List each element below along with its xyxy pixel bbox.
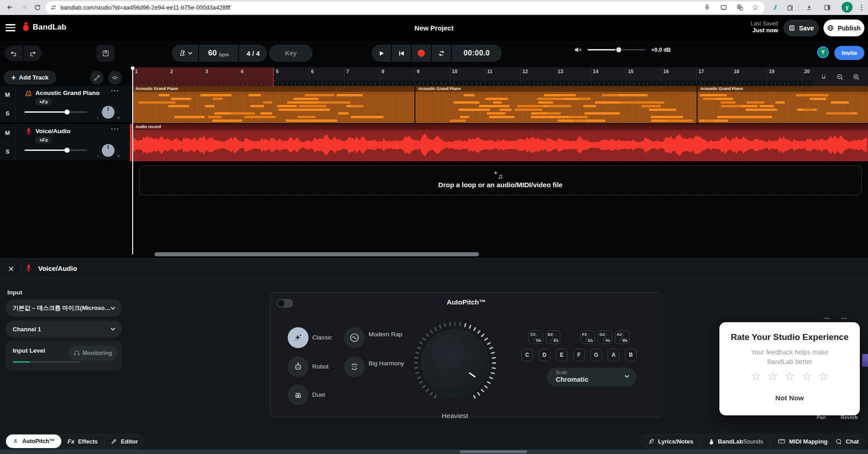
play-button[interactable] xyxy=(372,45,391,62)
user-avatar[interactable]: Y xyxy=(817,46,829,58)
side-panel-icon[interactable] xyxy=(822,2,833,13)
scale-dropdown[interactable]: Scale Chromatic xyxy=(547,368,637,387)
chat-button[interactable]: Chat xyxy=(828,433,866,449)
track-name[interactable]: Voice/Audio xyxy=(35,128,70,135)
bottom-scrollbar-thumb[interactable] xyxy=(460,450,527,453)
automation-button[interactable] xyxy=(90,71,104,85)
track-name[interactable]: Acoustic Grand Piano xyxy=(35,90,100,96)
midi-mappings-button[interactable]: MIDI Mappings xyxy=(778,438,831,445)
time-signature-control[interactable]: 4 / 4 xyxy=(239,45,267,62)
not-now-button[interactable]: Not Now xyxy=(719,394,860,402)
timeline-ruler[interactable]: 1234567891011121314151617181920 xyxy=(133,67,868,86)
key-D♯-button[interactable]: D♯E♭ xyxy=(546,330,560,344)
key-E-button[interactable]: E xyxy=(556,349,568,361)
media-cast-icon[interactable] xyxy=(718,2,729,13)
track-menu-button[interactable]: ··· xyxy=(111,125,120,133)
pan-knob[interactable] xyxy=(102,144,115,157)
browser-forward-button[interactable] xyxy=(18,2,29,13)
key-B-button[interactable]: B xyxy=(625,349,637,361)
key-C♯-button[interactable]: C♯D♭ xyxy=(529,330,543,344)
bpm-control[interactable]: 60 bpm xyxy=(199,45,238,62)
track-volume-slider[interactable] xyxy=(25,150,87,151)
mute-button[interactable]: M xyxy=(0,86,15,104)
key-A♯-button[interactable]: A♯B♭ xyxy=(615,330,629,344)
preset-big-harmony-button[interactable] xyxy=(344,356,365,377)
autopitch-amount-knob[interactable] xyxy=(409,317,500,408)
tab-effects[interactable]: Fx Effects xyxy=(68,438,98,445)
side-handle-icon[interactable] xyxy=(862,354,868,367)
mute-button[interactable]: M xyxy=(0,124,15,142)
preset-robot-button[interactable] xyxy=(288,356,309,377)
volume-slider[interactable] xyxy=(588,49,646,50)
audio-clip[interactable]: Audio record xyxy=(133,124,868,161)
speaker-icon[interactable] xyxy=(574,45,582,54)
tab-editor[interactable]: Editor xyxy=(111,438,138,445)
track-volume-slider[interactable] xyxy=(25,111,87,113)
rating-star-3[interactable]: ☆ xyxy=(784,369,795,383)
pan-knob[interactable] xyxy=(102,106,115,119)
voice-search-icon[interactable] xyxy=(702,2,713,13)
browser-profile-avatar[interactable]: y xyxy=(842,2,853,13)
url-text[interactable]: bandlab.com/studio?id=aa456d96-2e94-ee11… xyxy=(60,4,230,11)
volume-thumb[interactable] xyxy=(615,46,622,53)
playhead[interactable] xyxy=(132,67,133,254)
key-G-button[interactable]: G xyxy=(590,349,602,361)
key-control[interactable]: Key xyxy=(269,45,313,62)
midi-clip-1[interactable]: Acoustic Grand Piano xyxy=(133,86,414,123)
zoom-in-button[interactable] xyxy=(853,73,860,81)
key-F♯-button[interactable]: F♯G♭ xyxy=(580,330,595,344)
preset-classic-button[interactable] xyxy=(288,327,309,348)
tab-autopitch[interactable]: AutoPitch™ xyxy=(6,434,61,448)
invite-button[interactable]: Invite xyxy=(834,46,864,60)
track-header-voice[interactable]: M S Voice/Audio ··· +Fx L R xyxy=(0,124,132,161)
metronome-button[interactable] xyxy=(172,45,198,62)
lyrics-notes-button[interactable]: Lyrics/Notes xyxy=(648,438,693,445)
add-fx-button[interactable]: +Fx xyxy=(35,136,52,144)
input-channel-dropdown[interactable]: Channel 1 xyxy=(5,320,122,338)
solo-button[interactable]: S xyxy=(0,142,15,160)
knob-body[interactable] xyxy=(421,329,489,396)
site-settings-icon[interactable] xyxy=(50,4,57,11)
track-menu-button[interactable]: ··· xyxy=(111,87,120,95)
add-track-button[interactable]: + Add Track xyxy=(4,70,56,85)
snap-magnet-button[interactable] xyxy=(820,73,828,81)
zoom-out-button[interactable] xyxy=(836,73,844,81)
record-button[interactable] xyxy=(412,45,431,62)
publish-button[interactable]: Publish xyxy=(823,20,864,36)
browser-reload-button[interactable] xyxy=(32,2,43,13)
horizontal-scrollbar[interactable] xyxy=(155,252,479,256)
downloads-icon[interactable] xyxy=(803,2,814,13)
playhead-handle[interactable] xyxy=(131,66,135,70)
preset-modern-rap-button[interactable] xyxy=(344,327,365,348)
solo-button[interactable]: S xyxy=(0,104,15,122)
rating-star-2[interactable]: ☆ xyxy=(768,369,778,383)
browser-back-button[interactable] xyxy=(5,2,15,13)
grammarly-extension-icon[interactable] xyxy=(769,2,780,13)
midi-clip-2[interactable]: Acoustic Grand Piano xyxy=(415,86,697,123)
input-device-dropdown[interactable]: 기본값 – 데스크톱 마이크(Microsoft... xyxy=(5,299,122,317)
piano-panel-toggle-button[interactable] xyxy=(96,45,115,62)
address-bar[interactable]: bandlab.com/studio?id=aa456d96-2e94-ee11… xyxy=(45,1,765,14)
bandlab-sounds-button[interactable]: BandLabSounds xyxy=(708,438,763,445)
close-panel-button[interactable] xyxy=(6,264,15,273)
save-button[interactable]: Save xyxy=(783,20,819,36)
undo-button[interactable] xyxy=(5,45,23,61)
bpm-value[interactable]: 60 xyxy=(208,49,217,58)
track-header-piano[interactable]: M S Acoustic Grand Piano ··· +Fx L R xyxy=(0,86,132,123)
bookmark-star-icon[interactable]: ☆ xyxy=(750,2,761,13)
rewind-to-start-button[interactable] xyxy=(392,45,411,62)
key-F-button[interactable]: F xyxy=(573,349,585,361)
preset-duet-button[interactable] xyxy=(288,384,309,405)
key-D-button[interactable]: D xyxy=(539,349,550,361)
key-C-button[interactable]: C xyxy=(521,349,533,361)
file-dropzone[interactable]: ♫+ Drop a loop or an audio/MIDI/video fi… xyxy=(139,165,862,195)
rating-star-5[interactable]: ☆ xyxy=(818,369,828,383)
monitoring-button[interactable]: Monitoring xyxy=(68,346,117,360)
key-G♯-button[interactable]: G♯A♭ xyxy=(598,330,612,344)
rating-star-1[interactable]: ☆ xyxy=(750,369,761,383)
loop-button[interactable] xyxy=(432,45,451,62)
extensions-puzzle-icon[interactable] xyxy=(784,2,795,13)
fit-tracks-button[interactable] xyxy=(108,71,122,85)
add-fx-button[interactable]: +Fx xyxy=(35,98,52,105)
rating-star-4[interactable]: ☆ xyxy=(801,369,812,383)
